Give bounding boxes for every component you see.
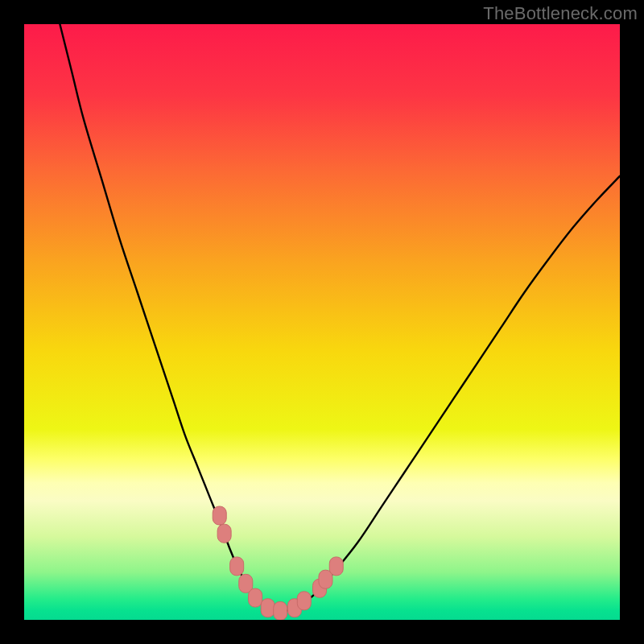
- data-marker: [213, 506, 226, 525]
- data-marker: [329, 557, 343, 576]
- frame: TheBottleneck.com: [0, 0, 644, 644]
- data-marker: [230, 557, 244, 576]
- curve-layer: [24, 24, 620, 620]
- data-markers: [213, 506, 343, 620]
- data-marker: [274, 601, 287, 620]
- data-marker: [217, 524, 231, 543]
- data-marker: [249, 588, 262, 607]
- data-marker: [261, 599, 275, 617]
- watermark-text: TheBottleneck.com: [483, 3, 638, 24]
- bottleneck-curve: [60, 24, 620, 612]
- plot-area: [24, 24, 620, 620]
- data-marker: [297, 592, 311, 610]
